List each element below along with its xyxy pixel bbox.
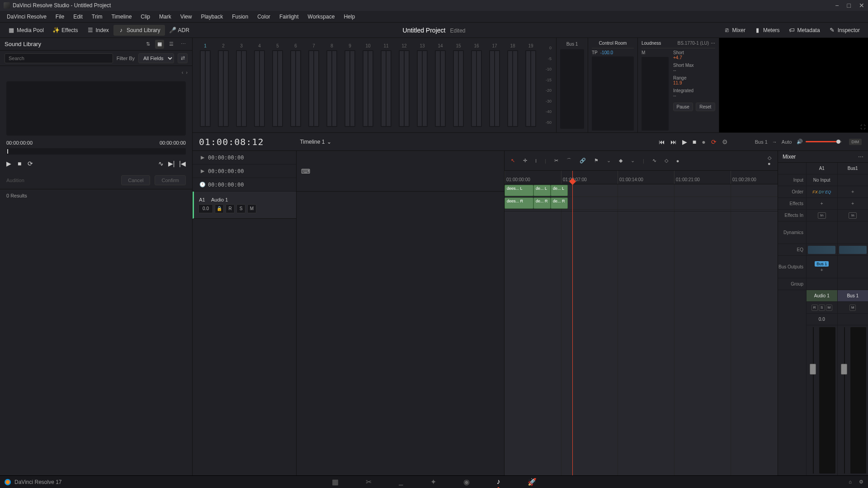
track-volume[interactable]: 0.0 (198, 204, 213, 213)
effects-in-button[interactable]: In (849, 212, 857, 219)
mute-button[interactable]: M (247, 204, 256, 213)
video-preview[interactable]: ⛶ (719, 38, 868, 132)
grid-view-icon[interactable]: ▦ (155, 40, 164, 49)
settings-icon[interactable]: ⚙ (859, 479, 863, 485)
effects-button[interactable]: ✨Effects (48, 25, 82, 36)
bus-output-cell[interactable] (838, 256, 868, 278)
tc-3[interactable]: 00:00:00:00 (208, 182, 244, 188)
playhead[interactable] (572, 171, 573, 475)
volume-slider[interactable] (806, 141, 842, 142)
timeline-ruler[interactable]: 01:00:00:00 01:00:07:00 01:00:14:00 01:0… (505, 171, 778, 184)
fairlight-page-icon[interactable]: ♪ (497, 478, 500, 486)
tc-1[interactable]: 00:00:00:00 (208, 155, 244, 161)
play-icon[interactable]: ▶ (682, 138, 687, 145)
flag-chevron-icon[interactable]: ⌄ (607, 158, 611, 164)
ch-fader[interactable] (840, 327, 849, 474)
clip[interactable]: de... L (533, 185, 551, 196)
audio-tc-icon[interactable]: ▶ (197, 168, 208, 174)
marker-chevron-icon[interactable]: ⌄ (631, 158, 635, 164)
ch-db[interactable]: 0.0 (807, 314, 837, 325)
maximize-button[interactable]: □ (847, 2, 851, 9)
meter-track-6[interactable]: 6 (288, 43, 304, 127)
ch-input[interactable]: No Input (807, 174, 837, 186)
main-timecode[interactable]: 01:00:08:12 (199, 136, 264, 147)
menu-mark[interactable]: Mark (155, 12, 175, 21)
cancel-button[interactable]: Cancel (121, 175, 150, 185)
add-effect-icon[interactable]: + (821, 201, 823, 206)
preview-stop-icon[interactable]: ■ (18, 160, 21, 167)
nav-back-icon[interactable]: ‹ (182, 70, 184, 75)
loop-icon[interactable]: ⟳ (711, 138, 717, 145)
clock-tc-icon[interactable]: 🕐 (197, 182, 208, 188)
close-button[interactable]: ✕ (859, 2, 864, 9)
monitor-bus[interactable]: Bus 1 (755, 139, 768, 145)
deliver-page-icon[interactable]: 🚀 (528, 478, 537, 486)
dynamics-box[interactable] (807, 221, 837, 244)
menu-davinci[interactable]: DaVinci Resolve (3, 12, 51, 21)
rewind-icon[interactable]: ⏮ (659, 138, 665, 145)
waveform-icon[interactable]: ∿ (652, 158, 656, 164)
meter-track-7[interactable]: 7 (306, 43, 322, 127)
record-icon[interactable]: ● (702, 138, 705, 145)
razor-tool-icon[interactable]: ✂ (554, 158, 558, 164)
inspector-button[interactable]: ✎Inspector (825, 25, 864, 36)
eq-box[interactable] (808, 246, 835, 254)
menu-trim[interactable]: Trim (88, 12, 107, 21)
reset-button[interactable]: Reset (696, 103, 716, 111)
link-icon[interactable]: 🔗 (580, 158, 586, 164)
ch-arm[interactable]: R (811, 305, 818, 311)
dim-button[interactable]: DIM (849, 139, 862, 145)
filter-icon[interactable]: ⇄ (178, 53, 188, 63)
menu-clip[interactable]: Clip (137, 12, 154, 21)
loudness-options-icon[interactable]: ⋯ (711, 41, 715, 46)
dynamics-box[interactable] (838, 221, 868, 244)
clip[interactable]: dees... R (505, 197, 533, 209)
meter-track-14[interactable]: 14 (432, 43, 448, 127)
ch-solo[interactable]: S (819, 305, 825, 311)
index-button[interactable]: ☰Index (83, 25, 113, 36)
meter-track-17[interactable]: 17 (486, 43, 503, 127)
menu-timeline[interactable]: Timeline (107, 12, 136, 21)
timeline-selector[interactable]: Timeline 1⌄ (300, 139, 331, 145)
menu-color[interactable]: Color (253, 12, 274, 21)
meter-track-5[interactable]: 5 (269, 43, 286, 127)
color-page-icon[interactable]: ◉ (463, 478, 470, 486)
meter-track-4[interactable]: 4 (251, 43, 268, 127)
group-cell[interactable] (807, 278, 837, 290)
clip[interactable]: de... L (551, 185, 568, 196)
meter-track-12[interactable]: 12 (396, 43, 412, 127)
meter-track-3[interactable]: 3 (233, 43, 250, 127)
preview-prev-icon[interactable]: |◀ (179, 160, 186, 167)
meter-track-10[interactable]: 10 (360, 43, 376, 127)
meters-button[interactable]: ▮Meters (750, 25, 784, 36)
automation-icon[interactable]: ⚙ (722, 138, 728, 145)
clip[interactable]: dees... L (505, 185, 533, 196)
menu-playback[interactable]: Playback (197, 12, 227, 21)
pointer-tool-icon[interactable]: ↖ (511, 158, 515, 164)
stop-icon[interactable]: ■ (693, 138, 696, 145)
preview-play-icon[interactable]: ▶ (6, 160, 11, 167)
bus-output-tag[interactable]: Bus 1 (815, 261, 829, 267)
home-icon[interactable]: ⌂ (849, 479, 852, 485)
menu-fusion[interactable]: Fusion (228, 12, 252, 21)
cut-page-icon[interactable]: ✂ (366, 478, 372, 486)
track-header-a1[interactable]: A1 Audio 1 0.0 🔒 R S M (193, 192, 296, 219)
menu-file[interactable]: File (52, 12, 68, 21)
ch-name[interactable]: Bus 1 (838, 290, 868, 302)
meter-track-8[interactable]: 8 (324, 43, 340, 127)
metadata-button[interactable]: 🏷Metadata (784, 25, 825, 36)
nav-forward-icon[interactable]: › (186, 70, 188, 75)
sound-library-button[interactable]: ♪Sound Library (113, 25, 165, 36)
ch-order[interactable]: FX DY EQ (807, 186, 837, 198)
preview-loop-icon[interactable]: ⟳ (28, 160, 33, 167)
minimize-button[interactable]: − (835, 2, 839, 9)
menu-edit[interactable]: Edit (69, 12, 87, 21)
mixer-options-icon[interactable]: ⋯ (858, 154, 863, 160)
keyboard-icon[interactable]: ⌨ (301, 168, 500, 175)
more-options-icon[interactable]: ⋯ (179, 40, 188, 49)
flag-icon[interactable]: ⚑ (594, 158, 599, 164)
track-name[interactable]: Audio 1 (211, 197, 228, 202)
range-tool-icon[interactable]: ✛ (523, 158, 527, 164)
meter-track-9[interactable]: 9 (342, 43, 358, 127)
waveform-preview[interactable] (6, 81, 186, 136)
